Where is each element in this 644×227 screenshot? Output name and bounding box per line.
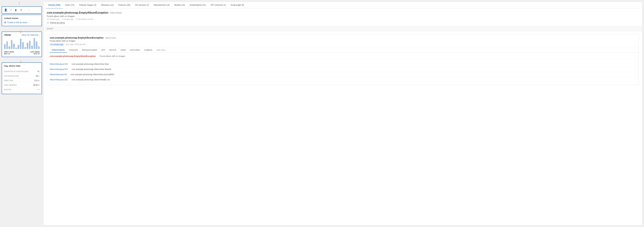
tab-label: shutterSpeed (13) (190, 4, 206, 6)
frame-file[interactable]: AlbumView.java:48 (50, 73, 66, 76)
tab-focallength[interactable]: focalLength (5) (228, 2, 246, 8)
toolbar-box: 👤 ✓ ◐ ✕ ⋮ (2, 6, 42, 14)
sub-tab-features[interactable]: FEATURES (128, 48, 142, 53)
sub-tab-add-tag--[interactable]: ADD TAG + (154, 48, 169, 53)
last-seen-label: LAST SEEN NOV 10 (30, 51, 40, 55)
tab-count: (72) (71, 4, 74, 6)
sub-tab-device[interactable]: DEVICE (107, 48, 118, 53)
sub-tabs: STACKTRACETHREADSBREADCRUMBSAPPDEVICEUSE… (47, 48, 639, 53)
sub-tab-app[interactable]: APP (99, 48, 107, 53)
page-wrapper: 1 👤 ✓ ◐ ✕ ⋮ Linked issues ⊕ Create or li… (0, 0, 644, 227)
tab-label: Manufacturers (6) (154, 4, 170, 6)
stacktrace-area: com.example.photosnap.EmptyAlbumExceptio… (47, 53, 639, 85)
event-card-message: Found album with no images (50, 40, 636, 42)
chart-bar (31, 46, 33, 49)
trend-header: Trend VIEW ON TIMELINE › (4, 34, 40, 36)
tab-release-stages[interactable]: Release Stages (3) (77, 2, 99, 8)
sub-tab-stacktrace[interactable]: STACKTRACE (50, 48, 67, 53)
stack-frames-container: AlbumView.java:310 · com.example.photosn… (50, 62, 636, 82)
step-number-2: 2 (20, 30, 22, 34)
tab-shutterspeed[interactable]: shutterSpeed (13) (187, 2, 208, 8)
chart-bar (13, 44, 15, 49)
event-time-relative: 21 minutes ago (50, 43, 64, 46)
event-card-time: 21 minutes ago Nov 10th, 23:51:53 UTC (50, 43, 636, 46)
linked-issues-title: Linked issues (4, 17, 40, 20)
frame-method: com.example.photosnap.AlbumView.access$0… (70, 73, 114, 76)
tabs-bar: Events (722)Users (72)Release Stages (3)… (44, 2, 642, 8)
issue-time-relative: 21 minutes ago (47, 18, 59, 20)
linked-issues-box: Linked issues ⊕ Create or link an issue (2, 14, 42, 26)
tab-events[interactable]: Events (722) (46, 2, 63, 8)
frame-method: com.example.photosnap.AlbumView$2.run (72, 78, 110, 81)
device-state-box: Avg. device state DURATION IN FOREGROUND… (2, 62, 42, 94)
chart-bar (6, 42, 8, 49)
close-icon[interactable]: ✕ (20, 8, 22, 12)
tab-manufacturers[interactable]: Manufacturers (6) (152, 2, 172, 8)
tab-models[interactable]: Models (10) (172, 2, 187, 8)
meta-separator-1: – (60, 18, 62, 20)
tab-count: (10) (181, 4, 185, 6)
stack-frame: AlbumView.java:202 · com.example.photosn… (50, 77, 636, 82)
toolbar-divider (25, 8, 25, 12)
tab-vip-customer[interactable]: VIP Customer (2) (208, 2, 228, 8)
device-row-label: ROOTED (4, 89, 12, 90)
sub-tab-breadcrumbs[interactable]: BREADCRUMBS (80, 48, 99, 53)
frame-file[interactable]: AlbumView.java:576 (50, 68, 68, 70)
sub-tab-user[interactable]: USER (118, 48, 128, 53)
issue-time-range-end: 5 months ago (62, 18, 74, 20)
tab-count: (7) (146, 4, 149, 6)
frame-file[interactable]: AlbumView.java:202 (50, 78, 68, 81)
issue-title-row: com.example.photosnap.EmptyAlbumExceptio… (47, 11, 639, 14)
issue-header: com.example.photosnap.EmptyAlbumExceptio… (44, 8, 642, 26)
create-link-button[interactable]: ⊕ Create or link an issue (4, 21, 40, 24)
step-number-1: 1 (18, 2, 20, 5)
tab-label: Releases (13) (101, 4, 114, 6)
frame-method: com.example.photosnap.AlbumView.ViewAll (72, 68, 111, 70)
event-card-view-name: AlbumView (105, 36, 116, 39)
frame-sep: · (70, 68, 70, 70)
tab-count: (5) (242, 4, 244, 6)
tab-label: VIP Customer (2) (210, 4, 226, 6)
chart-bar (16, 48, 17, 49)
view-timeline-link[interactable]: VIEW ON TIMELINE › (22, 34, 40, 36)
tab-label: Users (72) (65, 4, 74, 6)
chart-bar (24, 47, 26, 49)
chart-bar (27, 43, 28, 49)
clock-icon[interactable]: ◐ (15, 8, 17, 12)
user-icon[interactable]: 👤 (4, 8, 8, 12)
tab-count: (13) (110, 4, 114, 6)
device-row: FREE DISK 3.2GB (4, 78, 40, 83)
stack-frame: AlbumView.java:310 · com.example.photosn… (50, 62, 636, 67)
chart-bar (29, 41, 31, 49)
exception-name: com.example.photosnap.EmptyAlbumExceptio… (47, 11, 108, 14)
device-row: FREE MEMORY 25.9MB (4, 83, 40, 87)
tab-count: (6) (167, 4, 170, 6)
tab-features[interactable]: Features (35) (116, 2, 133, 8)
device-row-value: 51% (36, 75, 40, 77)
plus-circle-icon: ⊕ (4, 21, 6, 24)
frame-file[interactable]: AlbumView.java:310 (50, 63, 68, 65)
tab-count: (13) (202, 4, 206, 6)
check-icon[interactable]: ✓ (10, 8, 12, 12)
frame-sep: · (68, 74, 69, 76)
chart-bar (4, 44, 6, 49)
first-seen-label: FIRST SEEN MAY 14 (4, 51, 14, 55)
tab-users[interactable]: Users (72) (63, 2, 77, 8)
issue-message: Found album with no images (47, 15, 639, 18)
stacktrace-exception-name: com.example.photosnap.EmptyAlbumExceptio… (50, 55, 96, 58)
event-card-header: com.example.photosnap.EmptyAlbumExceptio… (47, 34, 639, 48)
tab-label: Features (35) (118, 4, 130, 6)
tab-os-versions[interactable]: OS versions (7) (133, 2, 151, 8)
chart-bar (11, 40, 12, 49)
device-row-label: FREE MEMORY (4, 84, 17, 86)
more-options-icon[interactable]: ⋮ (28, 8, 30, 12)
sub-tab-camera[interactable]: CAMERA (142, 48, 154, 53)
sub-tab-threads[interactable]: THREADS (67, 48, 80, 53)
stacktrace-sep: · (98, 55, 98, 58)
tab-count: (3) (94, 4, 96, 6)
grouping-row: ☷ Default grouping (47, 22, 639, 24)
tab-releases[interactable]: Releases (13) (98, 2, 116, 8)
grouping-icon: ☷ (47, 22, 49, 24)
chart-bar (20, 39, 22, 49)
chart-bar (36, 42, 38, 49)
